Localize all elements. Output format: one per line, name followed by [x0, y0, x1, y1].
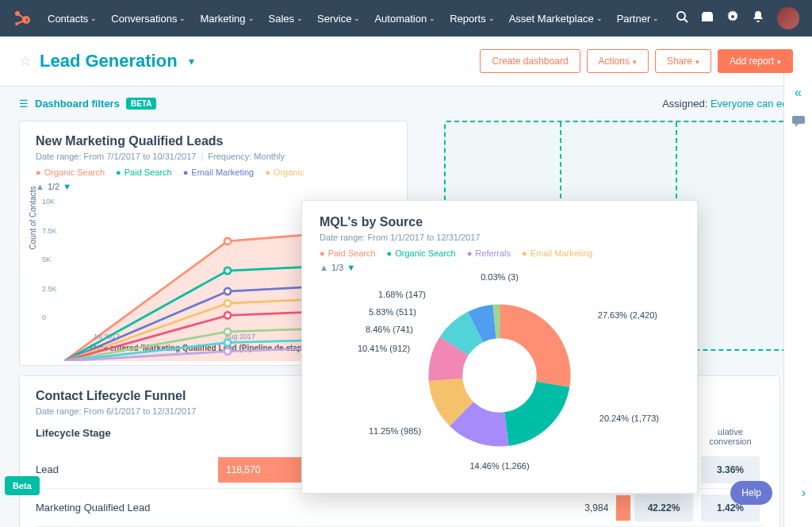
beta-badge: BETA: [126, 98, 156, 110]
nav-sales[interactable]: Sales⌄: [262, 8, 310, 29]
add-report-button[interactable]: Add report▾: [718, 49, 793, 73]
legend-item[interactable]: Organic: [265, 167, 304, 177]
nav-conversations[interactable]: Conversations⌄: [105, 8, 192, 29]
slice-label: 20.24% (1,773): [599, 414, 659, 423]
chevron-down-icon: ⌄: [297, 14, 303, 22]
slice-label: 14.46% (1,266): [469, 461, 529, 471]
assigned-value-link[interactable]: Everyone can edit: [710, 98, 793, 110]
nav-asset-marketplace[interactable]: Asset Marketplace⌄: [503, 8, 609, 29]
chevron-down-icon: ⌄: [248, 14, 255, 22]
svg-rect-34: [792, 116, 805, 124]
chevron-down-icon: ⌄: [488, 14, 495, 22]
legend-item[interactable]: Organic Search: [36, 167, 105, 177]
chevron-down-icon: ⌄: [354, 14, 360, 22]
hubspot-logo-icon: [13, 9, 32, 28]
top-nav: Contacts⌄ Conversations⌄ Marketing⌄ Sale…: [0, 0, 812, 37]
svg-point-23: [224, 348, 231, 355]
collapse-rail-icon[interactable]: «: [795, 86, 802, 100]
nav-icons: [676, 7, 799, 29]
nav-service[interactable]: Service⌄: [311, 8, 366, 29]
comment-icon[interactable]: [792, 116, 805, 130]
y-ticks: 10K7.5K5K2.5K0: [42, 198, 57, 321]
legend-pager: ▲ 1/3 ▼: [320, 263, 680, 272]
legend-item[interactable]: Email Marketing: [183, 167, 255, 177]
help-button[interactable]: Help: [730, 481, 772, 505]
marketplace-icon[interactable]: [701, 10, 714, 26]
nav-reports[interactable]: Reports⌄: [443, 8, 501, 29]
funnel-stage-name: Lead: [36, 464, 218, 475]
chevron-down-icon: ⌄: [429, 14, 435, 22]
slice-label: 8.46% (741): [366, 325, 413, 334]
card-title: New Marketing Qualified Leads: [36, 134, 391, 148]
card-subtitle: Date range: From 1/1/2017 to 12/31/2017: [320, 233, 680, 242]
legend-item[interactable]: Email Marketing: [522, 248, 593, 258]
svg-point-13: [224, 288, 231, 294]
svg-rect-8: [702, 14, 713, 21]
chevron-down-icon: ⌄: [90, 14, 97, 22]
pager-text: 1/3: [331, 263, 343, 272]
nav-automation[interactable]: Automation⌄: [368, 8, 442, 29]
assigned-label: Assigned:: [662, 98, 707, 110]
pager-next-icon[interactable]: ▼: [63, 182, 71, 191]
create-dashboard-button[interactable]: Create dashboard: [480, 49, 580, 73]
funnel-stage-name: Marketing Qualified Lead: [36, 502, 218, 514]
y-axis-label: Count of Contacts: [29, 186, 37, 249]
card-title: MQL's by Source: [320, 215, 680, 229]
mql-floating-card[interactable]: MQL's by Source Date range: From 1/1/201…: [301, 200, 698, 494]
cumulative-conversion-value: 3.36%: [701, 456, 760, 483]
svg-point-9: [224, 238, 231, 244]
pager-text: 1/2: [48, 182, 59, 191]
slice-label: 0.03% (3): [481, 272, 519, 282]
nav-contacts[interactable]: Contacts⌄: [41, 8, 103, 29]
svg-point-15: [224, 300, 231, 306]
donut-svg: [428, 304, 571, 447]
cumulative-conv-header: ulative conversion: [697, 427, 764, 446]
svg-line-7: [684, 19, 688, 22]
svg-point-17: [224, 312, 231, 318]
star-icon[interactable]: ☆: [19, 52, 32, 70]
legend-item[interactable]: Paid Search: [116, 167, 172, 177]
bell-icon[interactable]: [752, 10, 764, 26]
actions-button[interactable]: Actions▾: [587, 49, 649, 73]
pager-prev-icon[interactable]: ▲: [36, 182, 44, 191]
legend-item[interactable]: Paid Search: [320, 248, 376, 258]
nav-marketing[interactable]: Marketing⌄: [193, 8, 260, 29]
legend-pager: ▲ 1/2 ▼: [36, 182, 391, 191]
svg-point-11: [224, 267, 231, 274]
avatar[interactable]: [777, 7, 799, 29]
nav-items: Contacts⌄ Conversations⌄ Marketing⌄ Sale…: [41, 8, 672, 29]
search-icon[interactable]: [676, 10, 688, 26]
beta-pill[interactable]: Beta: [5, 476, 40, 495]
legend-item[interactable]: Referrals: [467, 248, 511, 258]
filter-icon[interactable]: ☰: [19, 98, 29, 110]
nav-partner[interactable]: Partner⌄: [611, 8, 666, 29]
legend-item[interactable]: Organic Search: [387, 248, 456, 258]
svg-point-6: [677, 12, 685, 20]
title-dropdown-icon[interactable]: ▾: [189, 55, 194, 67]
chevron-down-icon: ⌄: [596, 14, 603, 22]
card-subtitle: Date range: From 7/1/2017 to 10/31/2017|…: [36, 152, 391, 161]
funnel-value: 3,984: [584, 502, 608, 514]
dashboard-filters-link[interactable]: Dashboard filters: [35, 98, 120, 110]
conversion-value: 42.22%: [634, 494, 693, 521]
legend: Organic Search Paid Search Email Marketi…: [36, 167, 391, 177]
chevron-down-icon: ⌄: [653, 14, 659, 22]
slice-label: 11.25% (985): [369, 426, 421, 436]
page-header: ☆ Lead Generation ▾ Create dashboard Act…: [0, 37, 812, 87]
slice-label: 1.68% (147): [378, 290, 426, 299]
page-title: Lead Generation: [40, 51, 178, 71]
side-rail: «: [783, 73, 812, 527]
share-button[interactable]: Share▾: [655, 49, 711, 73]
expand-rail-icon[interactable]: ›: [802, 486, 806, 500]
slice-label: 27.63% (2,420): [598, 310, 657, 320]
gear-icon[interactable]: [726, 10, 739, 26]
pager-prev-icon[interactable]: ▲: [320, 263, 328, 272]
chevron-down-icon: ⌄: [179, 14, 186, 22]
pager-next-icon[interactable]: ▼: [347, 263, 355, 272]
slice-label: 5.83% (511): [369, 307, 416, 317]
filters-bar: ☰ Dashboard filters BETA Assigned: Every…: [0, 87, 812, 121]
legend: Paid Search Organic Search Referrals Ema…: [320, 248, 680, 258]
funnel-row: Marketing Qualified Lead 3,984 42.22% 1.…: [36, 489, 764, 527]
funnel-bar: [616, 495, 630, 521]
slice-label: 10.41% (912): [358, 344, 410, 353]
